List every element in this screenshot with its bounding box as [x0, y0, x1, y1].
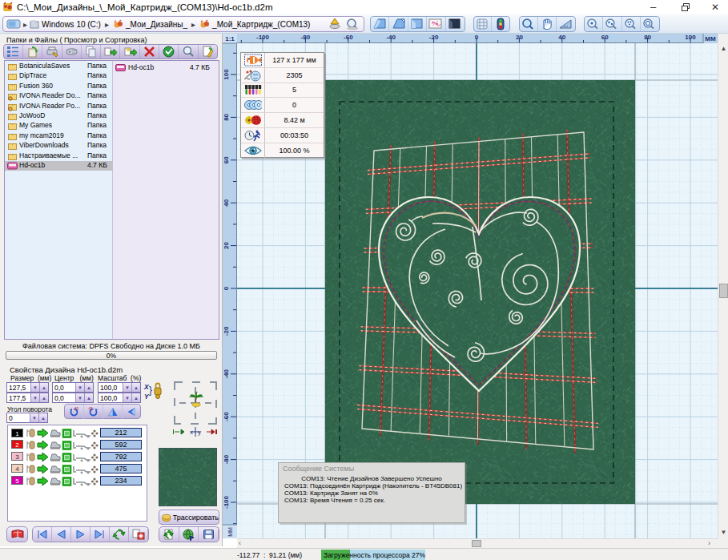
svg-text:MM: MM: [705, 35, 716, 42]
svg-text:1:1: 1:1: [225, 35, 235, 42]
svg-text:80: 80: [644, 34, 651, 41]
svg-text:60: 60: [223, 156, 230, 163]
svg-text:20: 20: [516, 34, 523, 41]
svg-text:40: 40: [223, 199, 230, 206]
svg-text:-40: -40: [223, 369, 230, 378]
svg-text:-80: -80: [301, 34, 311, 41]
svg-text:40: 40: [558, 34, 565, 41]
svg-text:-80: -80: [223, 454, 230, 464]
svg-text:45: 45: [89, 407, 94, 411]
svg-text:45: 45: [74, 407, 79, 411]
svg-text:-20: -20: [429, 34, 439, 41]
svg-text:-100: -100: [256, 34, 270, 41]
svg-text:-20: -20: [223, 326, 230, 336]
svg-text:0: 0: [475, 34, 479, 41]
svg-text:-60: -60: [344, 34, 353, 41]
svg-text:0: 0: [223, 286, 230, 290]
svg-text:20: 20: [223, 242, 230, 249]
svg-text:100: 100: [685, 34, 696, 41]
svg-text:MM: MM: [227, 527, 233, 537]
svg-text:-60: -60: [223, 412, 230, 421]
svg-text:-40: -40: [386, 34, 396, 41]
svg-text:-100: -100: [223, 495, 230, 509]
svg-text:60: 60: [601, 34, 609, 41]
svg-text:80: 80: [223, 113, 230, 120]
svg-text:100: 100: [223, 69, 230, 80]
svg-text:y: y: [198, 429, 201, 436]
